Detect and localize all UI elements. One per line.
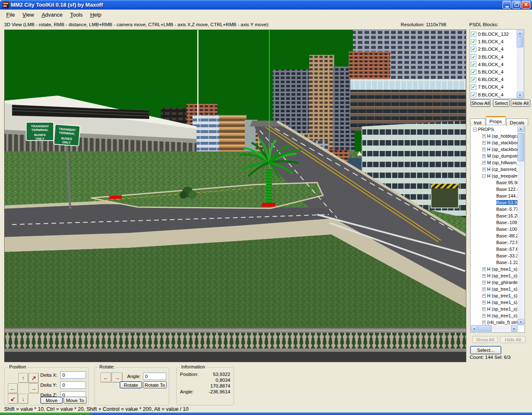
title-bar[interactable]: MM2 City ToolKit 0.18 (sf) by Maxoff ✕ xyxy=(0,0,532,10)
restore-button[interactable] xyxy=(512,1,521,9)
psdl-scrollbar[interactable]: ▲ ▼ xyxy=(517,30,523,98)
scroll-down-icon[interactable]: ▼ xyxy=(517,92,523,98)
tree-expand-icon[interactable]: + xyxy=(482,281,486,284)
checkbox-checked-icon[interactable]: ✓ xyxy=(471,47,476,52)
psdl-block-row[interactable]: ✓ 0:BLOCK_132 xyxy=(471,30,516,38)
3d-viewport-scene[interactable]: TRANSBAY TERMINAL BUSES ONLY TRANSBAY TE… xyxy=(5,30,466,362)
menu-advance[interactable]: Advance xyxy=(38,11,66,19)
scrollbar-thumb[interactable] xyxy=(517,133,524,161)
tree-expand-icon[interactable]: + xyxy=(482,267,486,271)
tree-expand-icon[interactable]: − xyxy=(482,174,486,178)
minimize-button[interactable] xyxy=(502,1,511,9)
tree-item[interactable]: − H (sp_treepalm xyxy=(470,173,517,179)
rotate-to-button[interactable]: Rotate To xyxy=(143,381,167,388)
tree-expand-icon[interactable]: + xyxy=(482,161,486,165)
checkbox-checked-icon[interactable]: ✓ xyxy=(471,32,476,37)
delta-y-input[interactable] xyxy=(60,381,86,389)
tree-item[interactable]: Base:144.3 xyxy=(470,193,517,199)
scroll-up-icon[interactable]: ▲ xyxy=(517,126,524,132)
scroll-right-icon[interactable]: ► xyxy=(511,325,517,332)
tree-item[interactable]: Base:-1.229 xyxy=(470,259,517,266)
tree-expand-icon[interactable]: − xyxy=(473,128,477,131)
tree-item[interactable]: Base:-33.33 xyxy=(470,252,517,259)
tree-expand-icon[interactable]: + xyxy=(482,287,486,291)
tree-item[interactable]: + H (np_ghirardel xyxy=(470,279,517,286)
tree-expand-icon[interactable]: + xyxy=(482,168,486,171)
tab-decals[interactable]: Decals xyxy=(506,119,528,126)
checkbox-checked-icon[interactable]: ✓ xyxy=(471,69,476,75)
angle-input[interactable] xyxy=(143,373,166,380)
tree-item[interactable]: + M (sp_dumpstr_ xyxy=(470,153,517,159)
tree-item[interactable]: Base:-72.57 xyxy=(470,239,517,246)
tree-item[interactable]: + H (cp_banrred_ xyxy=(470,166,517,173)
move-down-button[interactable]: ↓ xyxy=(18,394,28,404)
checkbox-checked-icon[interactable]: ✓ xyxy=(471,39,476,44)
tree-item[interactable]: − PROPS xyxy=(470,126,517,133)
checkbox-checked-icon[interactable]: ✓ xyxy=(471,54,476,59)
3d-viewport[interactable]: TRANSBAY TERMINAL BUSES ONLY TRANSBAY TE… xyxy=(4,30,466,362)
checkbox-checked-icon[interactable]: ✓ xyxy=(471,84,476,90)
tree-item[interactable]: Base:-5.774 xyxy=(470,206,517,212)
tree-expand-icon[interactable]: + xyxy=(482,294,486,298)
delta-x-input[interactable] xyxy=(60,371,86,379)
tab-props[interactable]: Props xyxy=(486,116,506,125)
tree-expand-icon[interactable]: + xyxy=(482,148,486,151)
tree-expand-icon[interactable]: + xyxy=(482,301,486,304)
menu-tools[interactable]: Tools xyxy=(66,11,86,19)
tree-expand-icon[interactable]: + xyxy=(482,134,486,138)
move-right-button[interactable]: → xyxy=(29,383,39,393)
close-button[interactable]: ✕ xyxy=(522,1,530,9)
props-select-button[interactable]: Select... xyxy=(470,346,501,354)
psdl-block-row[interactable]: ✓ 3:BLOCK_4 xyxy=(471,53,516,61)
tree-item[interactable]: + H (sp_tree1_s) xyxy=(470,266,517,272)
tree-item[interactable]: Base:-100.0 xyxy=(470,226,517,232)
checkbox-checked-icon[interactable]: ✓ xyxy=(471,92,476,97)
psdl-block-row[interactable]: ✓ 6:BLOCK_4 xyxy=(471,76,516,83)
tree-item[interactable]: + H (sp_stackbox xyxy=(470,139,517,146)
move-up-right-button[interactable]: ↗ xyxy=(29,373,39,383)
move-up-button[interactable]: ↑ xyxy=(18,373,28,383)
tree-expand-icon[interactable]: + xyxy=(482,314,486,318)
tree-item[interactable]: Base:53.93 xyxy=(470,199,517,206)
tree-expand-icon[interactable]: + xyxy=(482,274,486,278)
tree-expand-icon[interactable]: + xyxy=(482,321,486,324)
psdl-block-row[interactable]: ✓ 1:BLOCK_4 xyxy=(471,38,516,45)
checkbox-checked-icon[interactable]: ✓ xyxy=(471,77,476,82)
psdl-block-row[interactable]: ✓ 5:BLOCK_4 xyxy=(471,68,516,76)
psdl-blocks-list[interactable]: ✓ 0:BLOCK_132 ✓ 1:BLOCK_4 ✓ 2:BLOCK_4 ✓ … xyxy=(470,29,524,99)
psdl-block-row[interactable]: ✓ 2:BLOCK_4 xyxy=(471,45,516,53)
tree-item[interactable]: + (r4i_rails_f) strip xyxy=(470,319,517,325)
props-hide-all-button[interactable]: Hide All xyxy=(500,336,526,343)
psdl-show-all-button[interactable]: Show All xyxy=(470,99,490,107)
tree-item[interactable]: + H (sp_tree1_s) xyxy=(470,299,517,306)
checkbox-checked-icon[interactable]: ✓ xyxy=(471,62,476,67)
psdl-hide-all-button[interactable]: Hide All xyxy=(511,99,530,107)
psdl-select-button[interactable]: Select xyxy=(493,99,510,107)
tree-expand-icon[interactable]: + xyxy=(482,154,486,158)
tree-item[interactable]: Base:122.4 xyxy=(470,186,517,193)
tree-item[interactable]: + H (sp_tree1_s) xyxy=(470,286,517,292)
tree-item[interactable]: + H (sp_tree1_s) xyxy=(470,306,517,312)
scrollbar-thumb[interactable] xyxy=(517,37,523,47)
scroll-up-icon[interactable]: ▲ xyxy=(517,30,523,36)
scrollbar-thumb[interactable] xyxy=(478,325,492,332)
move-button[interactable]: Move xyxy=(40,397,63,404)
move-to-button[interactable]: Move To xyxy=(64,397,86,404)
psdl-block-row[interactable]: ✓ 7:BLOCK_4 xyxy=(471,83,516,91)
tree-item[interactable]: Base:-88.23 xyxy=(470,232,517,239)
tree-item[interactable]: + M (sp_hillwarn_ xyxy=(470,159,517,166)
tree-vertical-scrollbar[interactable]: ▲ ▼ xyxy=(517,126,524,325)
menu-help[interactable]: Help xyxy=(86,11,105,19)
tree-item[interactable]: + H (sp_tree1_s) xyxy=(470,272,517,279)
tree-item[interactable]: + H (sp_hotdogca xyxy=(470,133,517,139)
psdl-block-row[interactable]: ✓ 8:BLOCK_4 xyxy=(471,91,516,99)
tree-item[interactable]: Base:-57.67 xyxy=(470,246,517,252)
scroll-down-icon[interactable]: ▼ xyxy=(517,319,524,325)
tree-horizontal-scrollbar[interactable]: ◄ ► xyxy=(471,325,517,332)
menu-view[interactable]: View xyxy=(19,11,38,19)
tree-expand-icon[interactable]: + xyxy=(482,141,486,145)
rotate-button[interactable]: Rotate xyxy=(120,381,142,388)
menu-file[interactable]: File xyxy=(2,11,19,19)
tree-item[interactable]: + H (sp_tree1_s) xyxy=(470,292,517,299)
tree-item[interactable]: + H (sp_tree1_s) xyxy=(470,312,517,319)
